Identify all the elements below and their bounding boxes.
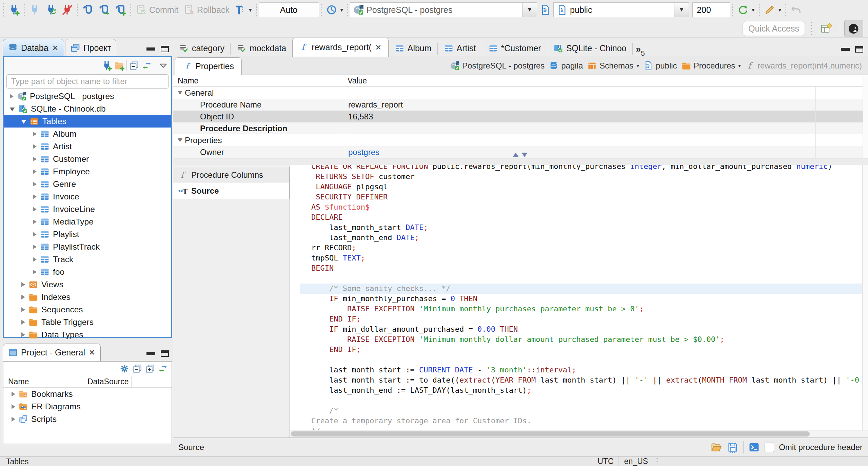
- new-sql-editor-button[interactable]: [80, 2, 96, 18]
- commit-button[interactable]: Commit: [133, 2, 181, 18]
- tab-projects[interactable]: Проект: [65, 39, 116, 56]
- maximize-icon[interactable]: [161, 350, 169, 357]
- tree-item-artist[interactable]: Artist: [4, 140, 171, 153]
- tree-item-data-types[interactable]: Data Types: [4, 328, 171, 341]
- toolbar-drag-handle[interactable]: [810, 22, 813, 35]
- tree-item-views[interactable]: Views: [4, 278, 171, 291]
- property-row-general[interactable]: General: [173, 87, 868, 99]
- sql-generator-button[interactable]: [762, 2, 784, 18]
- expand-arrow-icon[interactable]: [12, 404, 15, 409]
- locale-indicator[interactable]: en_US: [618, 457, 654, 466]
- expand-arrow-icon[interactable]: [33, 144, 37, 149]
- editor-tab-sqlite-chinoo[interactable]: SQLite - Chinoo: [547, 40, 633, 57]
- collapse-all-icon[interactable]: [132, 364, 142, 374]
- dropdown-arrow-icon[interactable]: [522, 3, 537, 17]
- editor-tab-mockdata[interactable]: mockdata: [231, 40, 292, 57]
- active-connection-combo[interactable]: PostgreSQL - postgres: [350, 2, 537, 17]
- expand-arrow-icon[interactable]: [21, 320, 25, 325]
- source-code-editor[interactable]: CREATE OR REPLACE FUNCTION public.reward…: [290, 165, 868, 438]
- tree-item-track[interactable]: Track: [4, 253, 171, 266]
- tree-item-mediatype[interactable]: MediaType: [4, 215, 171, 228]
- tree-item-employee[interactable]: Employee: [4, 165, 171, 178]
- tree-item-playlisttrack[interactable]: PlaylistTrack: [4, 240, 171, 253]
- editor-tab-album[interactable]: Album: [389, 40, 438, 57]
- expand-arrow-icon[interactable]: [33, 157, 37, 161]
- project-item-er-diagrams[interactable]: ER Diagrams: [3, 400, 172, 413]
- column-header-value[interactable]: Value: [344, 76, 868, 85]
- column-header-name[interactable]: Name: [3, 376, 84, 387]
- scrollbar-thumb[interactable]: [291, 431, 810, 436]
- quick-access-input[interactable]: Quick Access: [743, 21, 805, 36]
- undo-button[interactable]: [788, 2, 804, 18]
- editor-tab-customer[interactable]: *Customer: [482, 40, 547, 57]
- collapse-arrow-icon[interactable]: [21, 120, 26, 124]
- expand-arrow-icon[interactable]: [33, 270, 37, 274]
- maximize-icon[interactable]: [161, 46, 169, 52]
- tree-item-invoiceline[interactable]: InvoiceLine: [4, 203, 171, 215]
- tab-properties[interactable]: f Properties: [175, 57, 242, 75]
- breadcrumb-item-rewards-report-int4-numeric[interactable]: frewards_report(int4,numeric): [745, 61, 862, 71]
- view-menu-icon[interactable]: [158, 60, 169, 71]
- reconnect-button[interactable]: [43, 2, 59, 18]
- expand-arrow-icon[interactable]: [21, 282, 25, 287]
- open-perspective-button[interactable]: [817, 20, 836, 37]
- disconnect-button[interactable]: [59, 2, 75, 18]
- tree-item-table-triggers[interactable]: Table Triggers: [4, 316, 171, 328]
- expand-arrow-icon[interactable]: [33, 219, 37, 224]
- horizontal-scrollbar[interactable]: [290, 430, 868, 438]
- toolbar-drag-handle[interactable]: [2, 3, 5, 17]
- tree-item-genre[interactable]: Genre: [4, 178, 171, 190]
- breadcrumb-item-public[interactable]: public: [643, 61, 677, 71]
- timezone-indicator[interactable]: UTC: [593, 457, 618, 466]
- tree-item-sqlite-chinook-db[interactable]: SQLite - Chinook.db: [4, 102, 171, 115]
- collapse-arrow-icon[interactable]: [178, 91, 182, 95]
- expand-arrow-icon[interactable]: [21, 307, 25, 312]
- column-header-datasource[interactable]: DataSource: [84, 376, 132, 387]
- link-with-editor-icon[interactable]: [158, 364, 168, 374]
- new-folder-icon[interactable]: [114, 60, 124, 71]
- rollback-button[interactable]: Rollback: [181, 2, 232, 18]
- connect-button[interactable]: [26, 2, 43, 18]
- tree-item-postgresql-postgres[interactable]: PostgreSQL - postgres: [4, 90, 171, 102]
- tab-database-navigator[interactable]: Databa: [3, 39, 64, 56]
- tree-item-invoice[interactable]: Invoice: [4, 190, 171, 203]
- dropdown-arrow-icon[interactable]: [674, 3, 689, 17]
- splitter-sash[interactable]: [173, 158, 868, 165]
- gear-icon[interactable]: [119, 364, 130, 374]
- column-header-name[interactable]: Name: [173, 76, 344, 85]
- transaction-mode-button[interactable]: [232, 2, 254, 18]
- collapse-arrow-icon[interactable]: [178, 138, 182, 142]
- breadcrumb-item-postgresql-postgres[interactable]: PostgreSQL - postgres: [450, 61, 545, 71]
- dbeaver-perspective-button[interactable]: [844, 20, 863, 37]
- collapse-down-icon[interactable]: [521, 153, 528, 157]
- new-connection-icon[interactable]: [101, 60, 112, 71]
- link-with-editor-icon[interactable]: [141, 60, 152, 71]
- tree-item-indexes[interactable]: Indexes: [4, 291, 171, 303]
- tree-item-album[interactable]: Album: [4, 128, 171, 140]
- tree-item-foo[interactable]: foo: [4, 266, 171, 278]
- navigator-filter-input[interactable]: Type part of object name to filter: [6, 74, 169, 89]
- detail-tab-source[interactable]: <>TSource: [173, 183, 290, 199]
- expand-arrow-icon[interactable]: [33, 232, 37, 237]
- expand-arrow-icon[interactable]: [33, 132, 37, 136]
- collapse-up-icon[interactable]: [513, 153, 519, 157]
- property-row-procedure-name[interactable]: Procedure Namerewards_report: [173, 99, 868, 111]
- open-file-icon[interactable]: [711, 442, 722, 453]
- maximize-icon[interactable]: [855, 46, 863, 53]
- transaction-log-button[interactable]: [323, 2, 346, 18]
- breadcrumb-item-schemas[interactable]: Schemas: [587, 61, 639, 71]
- expand-arrow-icon[interactable]: [12, 417, 15, 422]
- collapse-arrow-icon[interactable]: [10, 108, 15, 111]
- open-sql-script-button[interactable]: [96, 2, 112, 18]
- active-schema-combo[interactable]: public: [553, 2, 689, 17]
- editor-tab-artist[interactable]: Artist: [438, 40, 482, 57]
- editor-tab-category[interactable]: category: [173, 40, 231, 57]
- minimize-icon[interactable]: [146, 47, 155, 51]
- new-connection-button[interactable]: [6, 2, 22, 18]
- detail-tab-procedure-columns[interactable]: fProcedure Columns: [173, 167, 290, 183]
- vertical-scrollbar[interactable]: [863, 75, 868, 158]
- project-item-bookmarks[interactable]: Bookmarks: [3, 388, 172, 400]
- editor-tab-rewards-report[interactable]: frewards_report(: [292, 38, 388, 57]
- console-icon[interactable]: [748, 442, 760, 453]
- tree-item-tables[interactable]: Tables: [4, 115, 171, 128]
